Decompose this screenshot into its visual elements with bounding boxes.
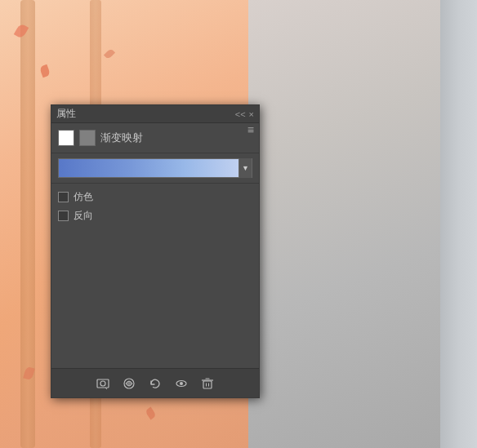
panel-toolbar [51, 368, 259, 397]
dither-label: 仿色 [74, 190, 93, 204]
delete-button[interactable] [198, 375, 216, 393]
options-section: 仿色 反向 [51, 184, 259, 234]
layer-type-row: 渐变映射 [51, 123, 259, 153]
layer-thumb-white [58, 130, 74, 146]
reverse-checkbox[interactable] [58, 211, 69, 221]
eyeball-button[interactable] [172, 375, 190, 393]
add-mask-button[interactable] [94, 375, 112, 393]
gradient-dropdown[interactable]: ▼ [58, 158, 252, 178]
svg-point-1 [100, 381, 105, 386]
gradient-dropdown-arrow[interactable]: ▼ [238, 158, 252, 178]
dither-checkbox[interactable] [58, 192, 69, 202]
reverse-label: 反向 [74, 209, 93, 223]
collapse-icon[interactable]: << [235, 109, 246, 119]
layer-type-label: 渐变映射 [100, 131, 143, 145]
properties-panel: 属性 << × ≡ 渐变映射 ▼ 仿色 反向 [51, 104, 260, 398]
fx-button[interactable] [120, 375, 138, 393]
gradient-row: ▼ [51, 153, 259, 184]
panel-title-left: 属性 [56, 107, 76, 121]
panel-titlebar: 属性 << × [51, 105, 259, 123]
reset-button[interactable] [146, 375, 164, 393]
panel-title: 属性 [56, 107, 76, 121]
right-wall [440, 0, 477, 448]
svg-point-6 [180, 382, 183, 385]
close-icon[interactable]: × [249, 109, 254, 119]
option-reverse[interactable]: 反向 [58, 209, 252, 223]
option-dither[interactable]: 仿色 [58, 190, 252, 204]
gradient-bar [59, 159, 238, 177]
tree-trunk-1 [20, 0, 35, 448]
panel-title-icons: << × [235, 109, 254, 119]
layer-thumb-gray [79, 130, 96, 146]
panel-menu-icon[interactable]: ≡ [247, 123, 254, 136]
svg-rect-7 [203, 381, 212, 388]
